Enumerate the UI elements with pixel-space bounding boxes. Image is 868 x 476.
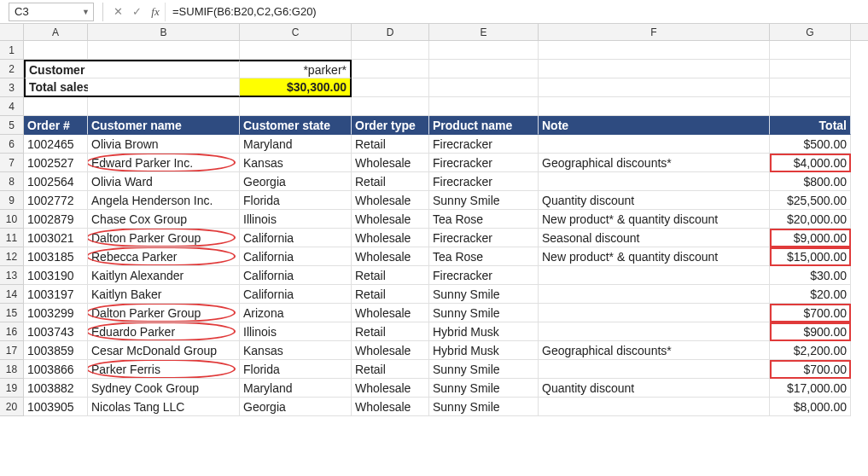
cell[interactable]: 1003190 xyxy=(24,266,88,285)
cell[interactable]: Sunny Smile xyxy=(429,285,539,304)
cell[interactable]: Firecracker xyxy=(429,229,539,247)
cell[interactable]: $30.00 xyxy=(770,266,851,285)
row-header[interactable]: 8 xyxy=(0,172,24,191)
cell[interactable]: $15,000.00 xyxy=(770,247,851,266)
spreadsheet-grid[interactable]: A B C D E F G 1 2 Customer name contains… xyxy=(0,24,868,416)
cell[interactable]: Wholesale xyxy=(352,247,429,266)
cell[interactable]: Wholesale xyxy=(352,229,429,247)
cell[interactable]: $700.00 xyxy=(770,360,851,379)
cell[interactable] xyxy=(429,78,539,97)
cell[interactable]: $20,000.00 xyxy=(770,210,851,229)
cell[interactable]: Retail xyxy=(352,322,429,341)
cell[interactable]: Wholesale xyxy=(352,379,429,398)
row-header[interactable]: 12 xyxy=(0,247,24,266)
cell[interactable]: 1002564 xyxy=(24,172,88,191)
cell[interactable]: 1003866 xyxy=(24,360,88,379)
cell[interactable] xyxy=(539,266,770,285)
col-header[interactable]: E xyxy=(429,24,539,40)
cell[interactable] xyxy=(24,97,88,116)
cell[interactable]: Firecracker xyxy=(429,266,539,285)
cell[interactable] xyxy=(429,97,539,116)
cell[interactable]: Eduardo Parker xyxy=(88,322,240,341)
col-header[interactable]: F xyxy=(539,24,770,40)
column-header-cell[interactable]: Note xyxy=(539,116,770,135)
cell[interactable] xyxy=(429,60,539,78)
cell[interactable]: Retail xyxy=(352,135,429,154)
cell[interactable]: 1003021 xyxy=(24,229,88,247)
row-header[interactable]: 4 xyxy=(0,97,24,116)
cell[interactable]: Georgia xyxy=(240,172,352,191)
cell[interactable] xyxy=(539,135,770,154)
row-header[interactable]: 5 xyxy=(0,116,24,135)
cell[interactable] xyxy=(352,41,429,60)
cell[interactable]: Tea Rose xyxy=(429,247,539,266)
cell[interactable] xyxy=(539,285,770,304)
row-header[interactable]: 20 xyxy=(0,398,24,416)
cell[interactable]: Tea Rose xyxy=(429,210,539,229)
cell[interactable] xyxy=(88,41,240,60)
cell[interactable]: Sunny Smile xyxy=(429,191,539,210)
cell[interactable]: $800.00 xyxy=(770,172,851,191)
cell[interactable]: Dalton Parker Group xyxy=(88,304,240,322)
row-header[interactable]: 3 xyxy=(0,78,24,97)
cell[interactable] xyxy=(24,41,88,60)
cell[interactable] xyxy=(539,60,770,78)
cell[interactable]: $20.00 xyxy=(770,285,851,304)
col-header[interactable]: D xyxy=(352,24,429,40)
cell[interactable]: Georgia xyxy=(240,398,352,416)
cell[interactable]: Nicolas Tang LLC xyxy=(88,398,240,416)
cell[interactable] xyxy=(88,78,240,97)
cell[interactable]: Hybrid Musk xyxy=(429,322,539,341)
select-all-corner[interactable] xyxy=(0,24,24,40)
cell[interactable]: 1003299 xyxy=(24,304,88,322)
cell[interactable]: New product* & quantity discount xyxy=(539,210,770,229)
cell[interactable] xyxy=(539,41,770,60)
cell[interactable]: $900.00 xyxy=(770,322,851,341)
cell[interactable]: Sunny Smile xyxy=(429,398,539,416)
cell[interactable]: Wholesale xyxy=(352,154,429,172)
cell[interactable]: Customer name contains xyxy=(24,60,88,78)
cell[interactable] xyxy=(429,41,539,60)
enter-icon[interactable]: ✓ xyxy=(127,3,146,21)
name-box[interactable]: C3 ▼ xyxy=(9,3,94,21)
cell[interactable] xyxy=(770,97,851,116)
cell[interactable]: California xyxy=(240,247,352,266)
cell[interactable]: 1002879 xyxy=(24,210,88,229)
cell[interactable]: Parker Ferris xyxy=(88,360,240,379)
cancel-icon[interactable]: ✕ xyxy=(108,3,127,21)
cell[interactable]: Firecracker xyxy=(429,154,539,172)
cell[interactable] xyxy=(352,97,429,116)
cell[interactable]: Wholesale xyxy=(352,210,429,229)
formula-input[interactable]: =SUMIF(B6:B20,C2,G6:G20) xyxy=(165,3,859,21)
cell[interactable]: Kaitlyn Alexander xyxy=(88,266,240,285)
row-header[interactable]: 19 xyxy=(0,379,24,398)
cell[interactable]: Angela Henderson Inc. xyxy=(88,191,240,210)
cell[interactable]: California xyxy=(240,229,352,247)
row-header[interactable]: 7 xyxy=(0,154,24,172)
cell[interactable]: $9,000.00 xyxy=(770,229,851,247)
cell[interactable]: Retail xyxy=(352,172,429,191)
cell[interactable]: Wholesale xyxy=(352,191,429,210)
cell[interactable] xyxy=(770,78,851,97)
cell[interactable]: $700.00 xyxy=(770,304,851,322)
column-header-cell[interactable]: Order # xyxy=(24,116,88,135)
cell[interactable]: New product* & quantity discount xyxy=(539,247,770,266)
cell[interactable]: Sunny Smile xyxy=(429,304,539,322)
cell[interactable] xyxy=(539,304,770,322)
cell[interactable]: Maryland xyxy=(240,135,352,154)
cell[interactable]: Firecracker xyxy=(429,172,539,191)
cell[interactable]: Dalton Parker Group xyxy=(88,229,240,247)
cell[interactable]: Olivia Brown xyxy=(88,135,240,154)
cell[interactable]: Rebecca Parker xyxy=(88,247,240,266)
row-header[interactable]: 16 xyxy=(0,322,24,341)
cell[interactable]: $2,200.00 xyxy=(770,341,851,360)
cell[interactable]: *parker* xyxy=(240,60,352,78)
cell[interactable]: Geographical discounts* xyxy=(539,154,770,172)
cell[interactable]: 1002527 xyxy=(24,154,88,172)
cell[interactable]: Wholesale xyxy=(352,304,429,322)
row-header[interactable]: 15 xyxy=(0,304,24,322)
row-header[interactable]: 11 xyxy=(0,229,24,247)
cell[interactable]: Olivia Ward xyxy=(88,172,240,191)
cell[interactable]: Kaitlyn Baker xyxy=(88,285,240,304)
cell[interactable]: $4,000.00 xyxy=(770,154,851,172)
